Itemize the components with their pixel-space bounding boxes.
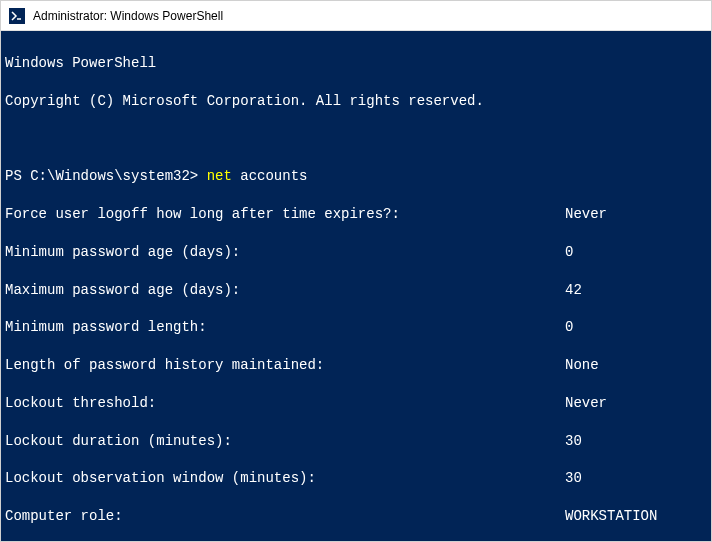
result-row: Force user logoff how long after time ex… — [5, 205, 707, 224]
result-label: Force user logoff how long after time ex… — [5, 205, 565, 224]
result-row: Length of password history maintained:No… — [5, 356, 707, 375]
result-value: WORKSTATION — [565, 507, 707, 526]
result-value: 0 — [565, 318, 707, 337]
result-label: Minimum password length: — [5, 318, 565, 337]
result-label: Maximum password age (days): — [5, 281, 565, 300]
result-value: Never — [565, 394, 707, 413]
result-label: Lockout duration (minutes): — [5, 432, 565, 451]
result-row: Computer role:WORKSTATION — [5, 507, 707, 526]
result-label: Minimum password age (days): — [5, 243, 565, 262]
blank-line — [5, 129, 707, 148]
copyright-line: Copyright (C) Microsoft Corporation. All… — [5, 92, 707, 111]
command-args: accounts — [232, 168, 308, 184]
result-value: None — [565, 356, 707, 375]
result-row: Lockout observation window (minutes):30 — [5, 469, 707, 488]
result-value: 42 — [565, 281, 707, 300]
command-keyword: net — [207, 168, 232, 184]
window-title: Administrator: Windows PowerShell — [33, 9, 223, 23]
result-row: Minimum password length:0 — [5, 318, 707, 337]
result-row: Lockout duration (minutes):30 — [5, 432, 707, 451]
result-label: Lockout threshold: — [5, 394, 565, 413]
result-row: Minimum password age (days):0 — [5, 243, 707, 262]
result-label: Length of password history maintained: — [5, 356, 565, 375]
terminal-output[interactable]: Windows PowerShell Copyright (C) Microso… — [1, 31, 711, 541]
result-row: Maximum password age (days):42 — [5, 281, 707, 300]
titlebar[interactable]: Administrator: Windows PowerShell — [1, 1, 711, 31]
result-row: Lockout threshold:Never — [5, 394, 707, 413]
result-value: 0 — [565, 243, 707, 262]
result-label: Lockout observation window (minutes): — [5, 469, 565, 488]
result-label: Computer role: — [5, 507, 565, 526]
prompt: PS C:\Windows\system32> — [5, 168, 207, 184]
result-value: 30 — [565, 469, 707, 488]
result-value: 30 — [565, 432, 707, 451]
powershell-icon — [9, 8, 25, 24]
powershell-window: Administrator: Windows PowerShell Window… — [0, 0, 712, 542]
command-line: PS C:\Windows\system32> net accounts — [5, 167, 707, 186]
result-value: Never — [565, 205, 707, 224]
header-line: Windows PowerShell — [5, 54, 707, 73]
